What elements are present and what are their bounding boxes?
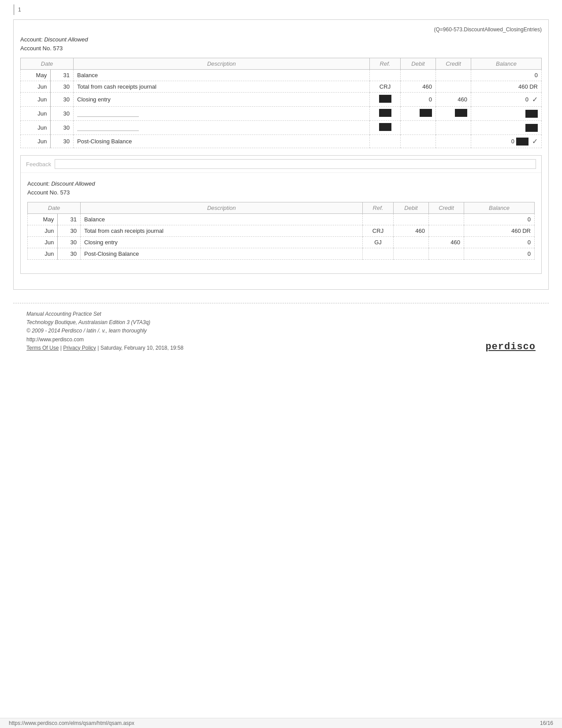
date-day: 30 [58, 225, 81, 237]
table-row: Jun30Total from cash receipts journalCRJ… [21, 81, 542, 93]
feedback-label: Feedback [26, 161, 51, 168]
description-cell: Closing entry [81, 237, 363, 248]
ref-cell [370, 135, 401, 148]
table-row: Jun30Closing entry04600✓ [21, 93, 542, 107]
ref-cell[interactable] [370, 107, 401, 121]
date-month: Jun [21, 81, 51, 93]
black-box-balance[interactable] [516, 138, 529, 146]
balance-cell: 0 [471, 70, 542, 81]
table-row: Jun30Post-Closing Balance0 [28, 248, 535, 260]
date-day: 31 [51, 70, 74, 81]
header-balance: Balance [471, 58, 542, 70]
table-row: May31Balance0 [28, 214, 535, 225]
table-row: Jun30Post-Closing Balance0✓ [21, 135, 542, 148]
main-content-box: (Q=960-573.DiscountAllowed_ClosingEntrie… [13, 19, 549, 290]
footer-line3: © 2009 - 2014 Perdisco / latin /. v., le… [26, 327, 183, 335]
black-box-ref[interactable] [379, 123, 391, 131]
date-day: 30 [51, 81, 74, 93]
black-box-debit[interactable] [420, 109, 432, 117]
bottom-bar: https://www.perdisco.com/elms/qsam/html/… [0, 718, 562, 728]
answer-account-prefix: Account: [27, 180, 50, 187]
description-cell: Closing entry [74, 93, 370, 107]
table-row: Jun30Total from cash receipts journalCRJ… [28, 225, 535, 237]
balance-value: 0 [525, 96, 529, 103]
ref-cell [370, 70, 401, 81]
header-credit: Credit [436, 58, 471, 70]
privacy-policy-link[interactable]: Privacy Policy [63, 345, 96, 351]
balance-cell [471, 107, 542, 121]
date-day: 30 [51, 107, 74, 121]
ref-cell: GJ [363, 237, 394, 248]
balance-value: 0 [511, 138, 514, 145]
top-account-header: Account: Discount Allowed Account No. 57… [20, 35, 542, 52]
check-mark: ✓ [532, 95, 538, 104]
footer-links: Terms Of Use | Privacy Policy | Saturday… [26, 344, 183, 352]
black-box-ref[interactable] [379, 95, 391, 103]
footer-line4: http://www.perdisco.com [26, 336, 183, 344]
credit-cell [436, 81, 471, 93]
ref-cell: CRJ [370, 81, 401, 93]
footer: Manual Accounting Practice Set Technolog… [13, 303, 549, 359]
black-box-credit[interactable] [455, 109, 467, 117]
footer-left: Manual Accounting Practice Set Technolog… [26, 310, 183, 352]
balance-value: 0 [535, 72, 538, 78]
date-month: May [28, 214, 58, 225]
description-cell: Post-Closing Balance [81, 248, 363, 260]
description-cell [74, 121, 370, 135]
credit-cell [429, 248, 464, 260]
date-month: Jun [21, 135, 51, 148]
table-row: Jun30 [21, 121, 542, 135]
ref-cell[interactable] [370, 93, 401, 107]
page-number-top: 1 [13, 4, 549, 15]
check-mark: ✓ [532, 137, 538, 146]
ref-cell[interactable] [370, 121, 401, 135]
debit-cell: 460 [401, 81, 436, 93]
description-cell: Balance [74, 70, 370, 81]
balance-cell: 460 DR [464, 225, 535, 237]
feedback-header: Feedback [21, 156, 541, 173]
bottom-url: https://www.perdisco.com/elms/qsam/html/… [9, 720, 134, 726]
black-box-ref[interactable] [379, 109, 391, 117]
header-description: Description [74, 58, 370, 70]
debit-cell: 460 [394, 225, 429, 237]
date-month: Jun [28, 237, 58, 248]
feedback-section: Feedback Account: Discount Allowed Accou… [20, 155, 542, 274]
debit-cell [394, 214, 429, 225]
black-box-balance[interactable] [525, 124, 538, 132]
description-cell [74, 107, 370, 121]
query-label: (Q=960-573.DiscountAllowed_ClosingEntrie… [20, 26, 542, 33]
answer-ledger-table: Date Description Ref. Debit Credit Balan… [27, 202, 535, 260]
feedback-input[interactable] [55, 159, 536, 169]
ref-cell [363, 214, 394, 225]
date-day: 31 [58, 214, 81, 225]
debit-cell [401, 135, 436, 148]
ans-header-credit: Credit [429, 202, 464, 214]
table-row: Jun30Closing entryGJ4600 [28, 237, 535, 248]
footer-line1: Manual Accounting Practice Set [26, 310, 183, 318]
date-day: 30 [51, 135, 74, 148]
date-day: 30 [58, 248, 81, 260]
date-month: Jun [28, 225, 58, 237]
terms-of-use-link[interactable]: Terms Of Use [26, 345, 59, 351]
debit-cell: 0 [401, 93, 436, 107]
date-day: 30 [58, 237, 81, 248]
footer-date: Saturday, February 10, 2018, 19:58 [100, 345, 184, 351]
query-label-text: (Q=960-573.DiscountAllowed_ClosingEntrie… [434, 26, 542, 33]
credit-cell [429, 214, 464, 225]
debit-cell [394, 248, 429, 260]
balance-cell: 0 [464, 237, 535, 248]
account-no: Account No. 573 [20, 44, 542, 53]
description-cell: Total from cash receipts journal [81, 225, 363, 237]
debit-cell[interactable] [401, 107, 436, 121]
date-month: Jun [21, 93, 51, 107]
ans-header-date: Date [28, 202, 81, 214]
credit-cell[interactable] [436, 107, 471, 121]
debit-cell [401, 70, 436, 81]
balance-cell: 0✓ [471, 135, 542, 148]
debit-cell [401, 121, 436, 135]
ans-header-description: Description [81, 202, 363, 214]
answer-account-name: Discount Allowed [51, 180, 95, 187]
credit-cell [436, 70, 471, 81]
date-month: Jun [28, 248, 58, 260]
black-box-balance[interactable] [525, 110, 538, 118]
